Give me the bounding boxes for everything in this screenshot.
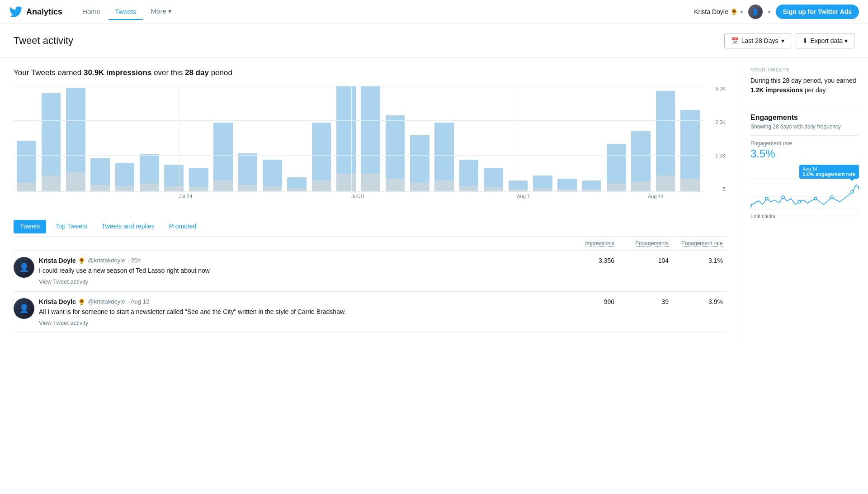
bar-impressions xyxy=(410,135,429,183)
engagements-subtitle: Showing 28 days with daily frequency xyxy=(750,124,859,130)
bars-container xyxy=(14,86,703,191)
tweet-column-header xyxy=(14,240,565,247)
tweet-handle: @kristakdoyle xyxy=(88,298,125,305)
bar-impressions xyxy=(557,179,577,189)
impressions-column-header[interactable]: Impressions xyxy=(565,240,619,247)
chart-tooltip: Aug 14 2.0% engagement rate xyxy=(799,165,859,179)
bar-group xyxy=(260,86,284,191)
chart-bars-area xyxy=(14,86,703,192)
bar-engagements xyxy=(140,184,159,191)
bar-engagements xyxy=(361,174,380,191)
impressions-summary: Your Tweets earned 30.9K impressions ove… xyxy=(14,67,727,79)
tab-top-tweets[interactable]: Top Tweets xyxy=(48,217,94,236)
nav-more[interactable]: More ▾ xyxy=(145,4,178,20)
bar-engagements xyxy=(115,186,135,191)
tweet-time: · Aug 12 xyxy=(127,298,149,305)
y-label-3k: 3.0K xyxy=(715,86,726,91)
bar-engagements xyxy=(17,183,36,191)
svg-point-10 xyxy=(857,185,859,189)
summary-prefix: Your Tweets earned xyxy=(14,68,84,77)
bar-impressions xyxy=(582,180,602,189)
export-button[interactable]: ⬇ Export data ▾ xyxy=(796,33,855,48)
bar-group xyxy=(187,86,211,191)
engagement-rate-column-header[interactable]: Engagement rate xyxy=(673,240,727,247)
bar-impressions xyxy=(459,160,479,186)
bar-impressions xyxy=(312,123,331,180)
page-title: Tweet activity xyxy=(14,35,73,47)
tweet-tabs: Tweets Top Tweets Tweets and replies Pro… xyxy=(14,217,727,237)
your-tweets-section: YOUR TWEETS During this 28 day period, y… xyxy=(750,67,859,95)
page-header: Tweet activity 📅 Last 28 Days ▾ ⬇ Export… xyxy=(0,24,868,58)
view-tweet-activity-link[interactable]: View Tweet activity xyxy=(39,278,560,285)
bar-group xyxy=(555,86,579,191)
bar-impressions xyxy=(263,160,282,186)
impressions-chart: 3.0K 2.0K 1.0K 5 xyxy=(14,86,727,213)
bar-engagements xyxy=(607,184,626,191)
bar-engagements xyxy=(434,180,454,191)
tweet-avatar-image: 👤 xyxy=(14,257,34,278)
date-filter-button[interactable]: 📅 Last 28 Days ▾ xyxy=(724,33,791,48)
bar-group xyxy=(14,86,38,191)
bar-impressions xyxy=(238,153,258,185)
tweet-engagement-rate: 3.9% xyxy=(673,298,727,305)
bar-engagements xyxy=(238,185,258,191)
view-tweet-activity-link[interactable]: View Tweet activity xyxy=(39,319,560,326)
bar-group xyxy=(211,86,235,191)
tweet-content: Krista Doyle 🌻 @kristakdoyle · Aug 12 Al… xyxy=(39,298,560,326)
bar-engagements xyxy=(336,174,356,191)
header-actions: 📅 Last 28 Days ▾ ⬇ Export data ▾ xyxy=(724,33,854,48)
tweet-stats: 3,356 104 3.1% xyxy=(565,257,727,264)
y-label-2k: 2.0K xyxy=(715,119,726,125)
date-filter-label: Last 28 Days xyxy=(741,37,778,44)
bar-impressions xyxy=(213,123,233,180)
tweet-content: Krista Doyle 🌻 @kristakdoyle · 20h I cou… xyxy=(39,257,560,285)
tooltip-value: 2.0% engagement rate xyxy=(803,171,855,177)
bar-engagements xyxy=(459,186,479,191)
tab-tweets[interactable]: Tweets xyxy=(14,220,46,233)
right-panel: YOUR TWEETS During this 28 day period, y… xyxy=(741,58,868,342)
logo[interactable]: Analytics xyxy=(9,6,62,17)
nav-tweets[interactable]: Tweets xyxy=(108,4,143,20)
svg-point-5 xyxy=(782,196,784,199)
chart-divider-2 xyxy=(351,86,352,191)
bar-engagements xyxy=(66,172,85,191)
bar-impressions xyxy=(42,93,61,176)
bar-group xyxy=(359,86,382,191)
bar-impressions xyxy=(509,180,528,189)
engagements-column-header[interactable]: Engagements xyxy=(619,240,673,247)
bar-engagements xyxy=(533,188,552,191)
table-row: 👤 Krista Doyle 🌻 @kristakdoyle · 20h I c… xyxy=(14,251,727,292)
nav-home[interactable]: Home xyxy=(76,4,107,20)
bar-impressions xyxy=(434,123,454,180)
bar-impressions xyxy=(361,86,380,174)
date-filter-caret: ▾ xyxy=(781,37,784,44)
svg-point-3 xyxy=(750,204,752,207)
left-panel: Your Tweets earned 30.9K impressions ove… xyxy=(0,58,741,342)
chart-divider-1 xyxy=(179,86,179,191)
svg-point-7 xyxy=(814,197,817,200)
avatar[interactable]: 👤 xyxy=(748,5,763,19)
bar-engagements xyxy=(312,180,331,191)
bar-group xyxy=(309,86,333,191)
chart-divider-3 xyxy=(517,86,517,191)
summary-impressions: 30.9K impressions xyxy=(84,68,151,77)
bar-impressions xyxy=(631,131,651,182)
tab-promoted[interactable]: Promoted xyxy=(162,217,204,236)
tweet-author: Krista Doyle 🌻 xyxy=(39,257,85,264)
bar-group xyxy=(236,86,259,191)
tab-tweets-replies[interactable]: Tweets and replies xyxy=(94,217,162,236)
bar-engagements xyxy=(287,188,307,191)
bar-group xyxy=(408,86,432,191)
bar-group xyxy=(39,86,63,191)
svg-point-6 xyxy=(798,200,801,203)
summary-period: 28 day xyxy=(185,68,209,77)
tweet-text: I could really use a new season of Ted L… xyxy=(39,266,560,276)
bar-engagements xyxy=(42,176,61,191)
export-label: Export data ▾ xyxy=(811,37,848,44)
bar-engagements xyxy=(680,179,700,191)
bar-impressions xyxy=(607,144,626,184)
x-axis-labels: Jul 24 Jul 31 Aug 7 Aug 14 xyxy=(14,194,703,204)
user-menu[interactable]: Krista Doyle 🌻 ▾ xyxy=(694,8,742,15)
bar-engagements xyxy=(90,185,110,191)
signup-button[interactable]: Sign up for Twitter Ads xyxy=(776,5,859,19)
